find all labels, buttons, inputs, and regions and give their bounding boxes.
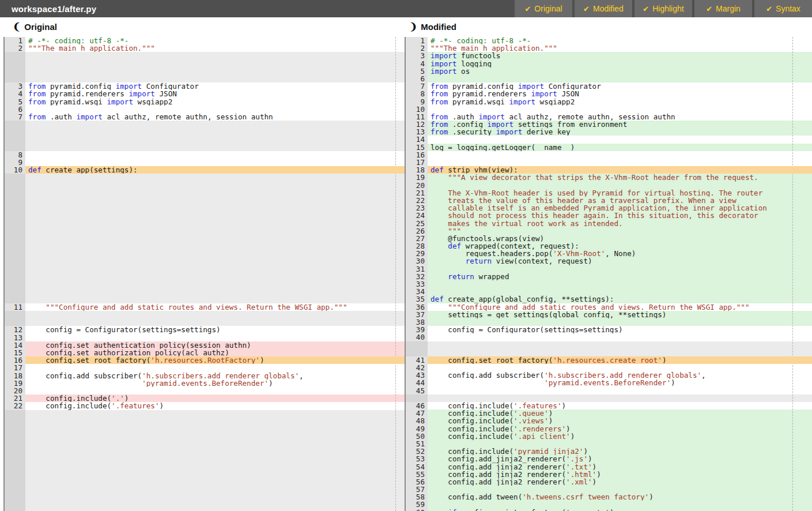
code-text[interactable]: from pyramid.renderers import JSON <box>428 90 812 97</box>
code-text[interactable]: """The main h application.""" <box>428 44 812 52</box>
code-text[interactable] <box>428 151 812 159</box>
code-text[interactable]: config.add_subscriber('h.subscribers.add… <box>25 372 405 380</box>
code-text[interactable]: from pyramid.renderers import JSON <box>25 90 405 97</box>
toggle-original-button[interactable]: ✔ Original <box>515 0 572 17</box>
code-text[interactable]: settings = get_settings(global_config, *… <box>428 311 812 318</box>
code-text[interactable]: """The main h application.""" <box>25 44 405 52</box>
code-text[interactable]: config.add_jinja2_renderer('.html') <box>428 471 812 478</box>
code-text[interactable]: # -*- coding: utf-8 -*- <box>428 37 812 44</box>
code-text[interactable]: 'pyramid.events.BeforeRender') <box>25 380 405 387</box>
line-number: 20 <box>405 182 428 189</box>
code-line-original-16: 16 config.set_root_factory('h.resources.… <box>0 356 405 364</box>
code-text[interactable]: 'pyramid.events.BeforeRender') <box>428 379 812 386</box>
code-text[interactable]: # -*- coding: utf-8 -*- <box>25 37 405 44</box>
line-number: 31 <box>405 265 428 273</box>
code-text[interactable]: @functools.wraps(view) <box>428 235 812 242</box>
code-text[interactable] <box>428 486 812 493</box>
code-line-modified-57: 57 <box>405 486 812 493</box>
toggle-highlight-button[interactable]: ✔ Highlight <box>635 0 692 17</box>
code-line-modified-55: 55 config.add_jinja2_renderer('.html') <box>405 471 812 478</box>
line-number: 8 <box>405 90 428 97</box>
code-text[interactable]: """Configure and add static routes and v… <box>428 303 812 311</box>
code-text[interactable]: from .config import settings_from_enviro… <box>428 121 812 128</box>
code-text[interactable]: config.include('.renderers') <box>428 425 812 433</box>
code-text[interactable]: def create_app(global_config, **settings… <box>428 295 812 303</box>
code-text[interactable]: """A view decorator that strips the X-Vh… <box>428 174 812 181</box>
code-text[interactable]: def create_app(settings): <box>25 166 405 174</box>
code-text[interactable]: config.include('.features') <box>25 402 405 409</box>
line-number: 5 <box>3 98 25 106</box>
code-text[interactable]: treats the value of this header as a tra… <box>428 197 812 204</box>
code-text[interactable]: config.add_jinja2_renderer('.xml') <box>428 478 812 486</box>
code-text[interactable]: from .auth import acl_authz, remote_auth… <box>428 113 812 121</box>
code-text[interactable]: config.set_root_factory('h.resources.cre… <box>428 356 812 364</box>
code-text[interactable] <box>428 288 812 295</box>
code-text[interactable]: import logging <box>428 60 812 67</box>
code-text[interactable]: makes the virtual root work as intended. <box>428 220 812 227</box>
code-text[interactable]: from pyramid.config import Configurator <box>428 82 812 90</box>
code-text[interactable]: return wrapped <box>428 273 812 280</box>
code-text[interactable] <box>25 387 405 394</box>
code-text[interactable] <box>428 265 812 273</box>
code-text[interactable]: config = Configurator(settings=settings) <box>25 326 405 333</box>
code-text[interactable]: config.include('pyramid_jinja2') <box>428 448 812 455</box>
code-text[interactable]: def strip_vhm(view): <box>428 166 812 174</box>
code-text[interactable]: import os <box>428 67 812 75</box>
code-text[interactable] <box>428 182 812 189</box>
code-text[interactable]: from .security import derive_key <box>428 128 812 136</box>
code-text[interactable]: import functools <box>428 52 812 59</box>
code-text[interactable]: config.include('.queue') <box>428 409 812 417</box>
code-text[interactable]: from pyramid.config import Configurator <box>25 82 405 90</box>
code-text[interactable] <box>428 106 812 113</box>
code-text[interactable] <box>428 364 812 371</box>
code-line-modified-6: 6 <box>405 75 812 82</box>
code-text[interactable]: from pyramid.wsgi import wsgiapp2 <box>25 98 405 106</box>
code-text[interactable] <box>25 151 405 159</box>
code-text[interactable] <box>428 387 812 394</box>
code-text[interactable] <box>428 318 812 326</box>
code-text[interactable]: from pyramid.wsgi import wsgiapp2 <box>428 98 812 106</box>
code-text[interactable] <box>428 159 812 166</box>
code-text[interactable] <box>25 334 405 341</box>
code-text[interactable]: def wrapped(context, request): <box>428 242 812 250</box>
line-number-gutter <box>3 174 25 303</box>
code-text[interactable]: config.set_authentication_policy(session… <box>25 341 405 349</box>
code-text[interactable]: if config.registry.feature('accounts'): <box>428 509 812 511</box>
code-text[interactable]: config.include('.') <box>25 394 405 402</box>
code-text[interactable] <box>428 75 812 82</box>
code-text[interactable]: config.add_jinja2_renderer('.js') <box>428 455 812 463</box>
code-text[interactable] <box>428 440 812 448</box>
code-text[interactable] <box>428 280 812 288</box>
code-text[interactable] <box>428 501 812 508</box>
code-text[interactable]: The X-Vhm-Root header is used by Pyramid… <box>428 189 812 197</box>
code-text[interactable] <box>25 106 405 113</box>
code-text[interactable]: config.include('.api_client') <box>428 433 812 440</box>
code-text[interactable] <box>428 136 812 143</box>
code-text[interactable]: """ <box>428 227 812 235</box>
diff-view: 1# -*- coding: utf-8 -*-2"""The main h a… <box>0 37 812 511</box>
toggle-margin-button[interactable]: ✔ Margin <box>694 0 752 17</box>
code-text[interactable]: return view(context, request) <box>428 257 812 265</box>
code-line-modified-25: 25 makes the virtual root work as intend… <box>405 220 812 227</box>
code-text[interactable]: config.include('.features') <box>428 402 812 409</box>
code-text[interactable] <box>25 364 405 371</box>
code-text[interactable]: config.set_root_factory('h.resources.Roo… <box>25 356 405 364</box>
code-text[interactable]: """Configure and add static routes and v… <box>25 303 405 311</box>
code-text[interactable]: config.set_authorization_policy(acl_auth… <box>25 349 405 356</box>
toggle-modified-button[interactable]: ✔ Modified <box>575 0 632 17</box>
code-text[interactable]: config.include('.views') <box>428 417 812 424</box>
code-text[interactable] <box>428 333 812 341</box>
code-text[interactable]: should not process this header again. In… <box>428 212 812 219</box>
code-text[interactable]: callable itself is an embedded Pyramid a… <box>428 204 812 212</box>
code-text[interactable]: log = logging.getLogger(__name__) <box>428 144 812 151</box>
code-line-modified-51: 51 <box>405 440 812 448</box>
toggle-syntax-button[interactable]: ✔ Syntax <box>754 0 812 17</box>
code-text[interactable]: config.add_tween('h.tweens.csrf_tween_fa… <box>428 493 812 501</box>
code-text[interactable]: config.add_subscriber('h.subscribers.add… <box>428 371 812 379</box>
code-text[interactable]: from .auth import acl_authz, remote_auth… <box>25 113 405 121</box>
code-text[interactable]: config = Configurator(settings=settings) <box>428 326 812 333</box>
code-text[interactable] <box>25 159 405 166</box>
code-line-modified-56: 56 config.add_jinja2_renderer('.xml') <box>405 478 812 486</box>
code-text[interactable]: config.add_jinja2_renderer('.txt') <box>428 463 812 471</box>
code-text[interactable]: request.headers.pop('X-Vhm-Root', None) <box>428 250 812 257</box>
